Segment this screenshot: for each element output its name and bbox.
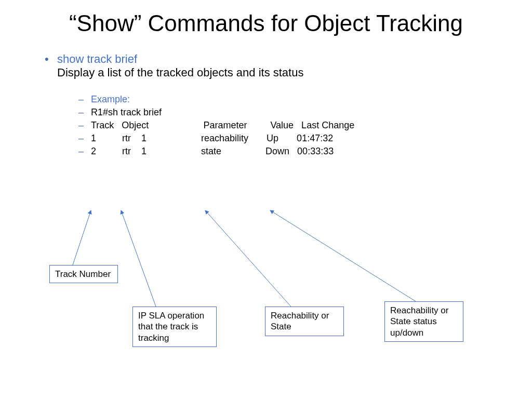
output-line: Track Object Parameter Value Last Change bbox=[91, 120, 532, 131]
callout-track-number: Track Number bbox=[49, 265, 118, 283]
svg-line-3 bbox=[270, 210, 416, 301]
command-description: Display a list of the tracked objects an… bbox=[57, 66, 303, 79]
callout-ip-sla: IP SLA operation that the track is track… bbox=[132, 307, 217, 347]
svg-line-1 bbox=[121, 210, 156, 307]
example-block: Example: R1#sh track brief Track Object … bbox=[91, 94, 532, 157]
output-line: R1#sh track brief bbox=[91, 107, 532, 118]
callout-reachability-state: Reachability or State bbox=[265, 307, 344, 336]
example-label: Example: bbox=[91, 94, 130, 104]
svg-line-2 bbox=[205, 210, 291, 307]
command-name: show track brief bbox=[57, 52, 137, 65]
main-bullet: show track brief Display a list of the t… bbox=[57, 52, 532, 79]
output-line: 2 rtr 1 state Down 00:33:33 bbox=[91, 146, 532, 157]
svg-line-0 bbox=[73, 210, 91, 265]
callout-status: Reachability or State status up/down bbox=[384, 301, 463, 342]
output-line: 1 rtr 1 reachability Up 01:47:32 bbox=[91, 133, 532, 144]
page-title: “Show” Commands for Object Tracking bbox=[42, 10, 490, 37]
